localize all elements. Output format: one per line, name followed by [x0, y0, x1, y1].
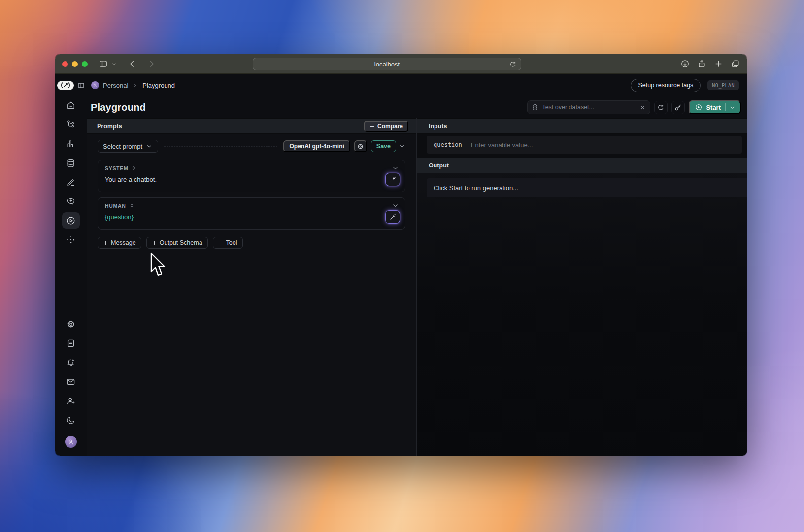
address-bar[interactable]: localhost [253, 58, 521, 70]
desktop-wallpaper: localhost [0, 0, 804, 532]
save-button[interactable]: Save [371, 140, 396, 152]
collapse-sidebar-icon[interactable] [77, 82, 85, 89]
setup-resource-tags-button[interactable]: Setup resource tags [631, 79, 701, 92]
model-settings-button[interactable] [354, 140, 367, 152]
button-divider [725, 103, 726, 111]
system-message-card[interactable]: SYSTEM You are a chatbot. [98, 160, 405, 192]
reload-icon[interactable] [509, 60, 517, 68]
breadcrumb: Personal Playground [91, 81, 175, 89]
variable-name: question [434, 141, 462, 148]
add-message-button[interactable]: Message [98, 237, 141, 249]
sidebar-item-notifications[interactable] [62, 354, 80, 370]
chevron-right-icon [132, 82, 138, 89]
forward-icon[interactable] [147, 59, 156, 68]
move-arrows-icon [66, 235, 76, 245]
variable-value-field[interactable] [471, 141, 735, 149]
user-icon [67, 438, 74, 445]
breadcrumb-workspace[interactable]: Personal [103, 82, 128, 89]
message-content-variable[interactable]: {question} [105, 213, 381, 221]
sort-arrows-icon[interactable] [129, 202, 134, 209]
moon-icon [66, 415, 76, 425]
compare-button[interactable]: Compare [364, 121, 408, 132]
sidebar-item-datasets[interactable] [62, 155, 80, 171]
divider [164, 146, 277, 147]
save-options-chevron-icon[interactable] [399, 143, 405, 150]
sidebar-item-mail[interactable] [62, 373, 80, 390]
select-prompt-dropdown[interactable]: Select prompt [98, 140, 158, 153]
zoom-window-button[interactable] [82, 61, 88, 67]
improve-prompt-button[interactable] [385, 173, 400, 186]
close-icon[interactable] [639, 104, 646, 111]
sort-arrows-icon[interactable] [131, 165, 136, 171]
collapse-chevron-icon[interactable] [392, 165, 399, 172]
sidebar-item-prompts[interactable] [62, 193, 80, 209]
message-role-label[interactable]: SYSTEM [105, 166, 128, 171]
chevron-down-icon[interactable] [729, 104, 736, 111]
database-icon [66, 158, 76, 168]
user-plus-icon [66, 396, 76, 406]
play-circle-icon [66, 216, 76, 226]
page-header: Playground [87, 97, 747, 118]
test-over-dataset-input[interactable] [527, 100, 650, 114]
sidebar-item-tracing[interactable] [62, 116, 80, 133]
model-badge[interactable]: OpenAI gpt-4o-mini [283, 140, 350, 152]
close-window-button[interactable] [62, 61, 68, 67]
add-tool-button[interactable]: Tool [213, 237, 243, 249]
sidebar-item-monitoring[interactable] [62, 135, 80, 152]
minimize-window-button[interactable] [72, 61, 78, 67]
share-icon[interactable] [697, 59, 706, 68]
plus-icon [152, 240, 157, 246]
message-content[interactable]: You are a chatbot. [105, 176, 381, 183]
browser-toolbar: localhost [55, 54, 747, 74]
user-icon [93, 83, 98, 88]
sidebar-item-settings[interactable] [62, 316, 80, 332]
chat-plus-icon [66, 197, 76, 206]
output-panel-header: Output [417, 158, 747, 173]
key-icon [674, 103, 682, 112]
back-icon[interactable] [128, 59, 137, 68]
sidebar-item-deployments[interactable] [62, 232, 80, 248]
database-icon [532, 104, 538, 111]
sidebar-item-annotation[interactable] [62, 174, 80, 190]
sidebar-item-playground[interactable] [62, 212, 80, 229]
magic-wand-icon [389, 176, 397, 183]
langsmith-logo[interactable] [57, 81, 74, 90]
sidebar-item-home[interactable] [62, 97, 80, 113]
home-icon [66, 100, 76, 110]
message-role-label[interactable]: HUMAN [105, 203, 126, 209]
breadcrumb-page[interactable]: Playground [142, 82, 175, 89]
bar-chart-icon [66, 139, 76, 149]
start-button[interactable]: Start [689, 100, 741, 114]
workspace-avatar[interactable] [91, 81, 99, 89]
magic-wand-icon [389, 213, 397, 221]
sidebar-item-theme-toggle[interactable] [62, 412, 80, 428]
output-body: Click Start to run generation... [417, 173, 747, 456]
sidebar-item-invite[interactable] [62, 393, 80, 409]
new-tab-icon[interactable] [714, 59, 723, 68]
input-variable-row: question [427, 136, 742, 154]
refresh-icon [657, 103, 665, 112]
tab-overview-icon[interactable] [731, 59, 740, 68]
prompts-panel-header: Prompts Compare [87, 118, 416, 134]
refresh-button[interactable] [654, 101, 668, 114]
pencil-icon [66, 177, 76, 187]
user-avatar[interactable] [65, 436, 77, 448]
plus-icon [103, 240, 108, 246]
collapse-chevron-icon[interactable] [392, 202, 399, 209]
api-key-button[interactable] [671, 101, 685, 114]
bell-plus-icon [66, 358, 76, 367]
chevron-down-icon[interactable] [111, 61, 117, 67]
add-output-schema-button[interactable]: Output Schema [146, 237, 208, 249]
prompts-panel-title: Prompts [97, 123, 122, 130]
nav-sidebar [55, 74, 87, 456]
browser-sidebar-icon[interactable] [99, 59, 108, 68]
plan-badge: NO_PLAN [707, 80, 739, 90]
improve-prompt-button[interactable] [385, 210, 400, 224]
main-area: Personal Playground Setup resource tags … [87, 74, 747, 456]
dataset-search-field[interactable] [542, 104, 636, 111]
output-empty-message: Click Start to run generation... [427, 178, 747, 197]
downloads-icon[interactable] [680, 59, 690, 68]
human-message-card[interactable]: HUMAN {question} [98, 197, 405, 230]
sidebar-item-docs[interactable] [62, 335, 80, 351]
gear-icon [66, 319, 76, 329]
